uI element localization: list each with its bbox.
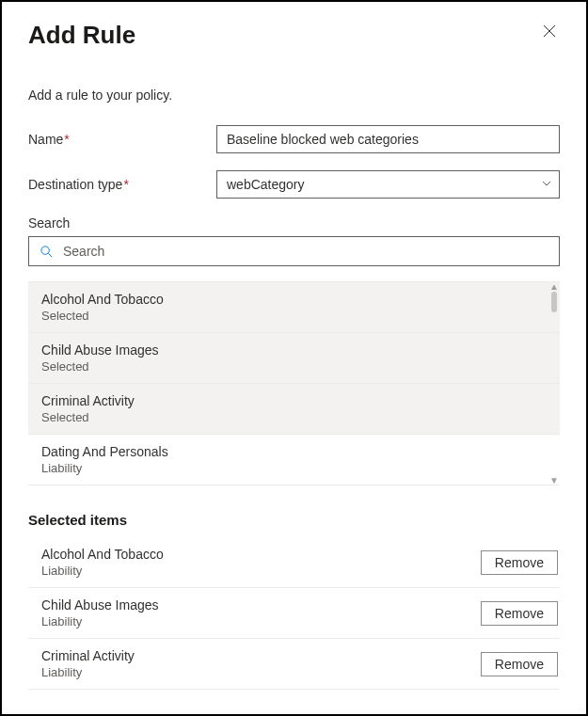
selected-item: Alcohol And Tobacco Liability Remove <box>28 537 560 588</box>
result-sub: Selected <box>41 309 547 323</box>
required-asterisk: * <box>64 132 69 147</box>
selected-text: Child Abuse Images Liability <box>41 597 159 628</box>
selected-title: Alcohol And Tobacco <box>41 547 164 562</box>
name-input[interactable] <box>216 125 560 153</box>
list-item[interactable]: Child Abuse Images Selected <box>28 333 560 384</box>
selected-sub: Liability <box>41 564 164 578</box>
add-rule-panel: Add Rule Add a rule to your policy. Name… <box>0 0 588 716</box>
remove-button[interactable]: Remove <box>481 550 558 575</box>
result-list: Alcohol And Tobacco Selected Child Abuse… <box>28 281 560 485</box>
selected-list: Alcohol And Tobacco Liability Remove Chi… <box>28 537 560 690</box>
selected-item: Criminal Activity Liability Remove <box>28 639 560 690</box>
destination-row: Destination type* <box>28 170 560 199</box>
remove-button[interactable]: Remove <box>481 652 558 676</box>
scroll-down-arrow-icon: ▼ <box>549 476 559 485</box>
selected-sub: Liability <box>41 665 135 679</box>
remove-button[interactable]: Remove <box>481 601 558 626</box>
selected-title: Child Abuse Images <box>41 597 159 613</box>
result-title: Criminal Activity <box>41 393 547 408</box>
result-title: Alcohol And Tobacco <box>41 292 547 307</box>
selected-text: Alcohol And Tobacco Liability <box>41 547 164 578</box>
search-wrap <box>28 236 560 266</box>
required-asterisk: * <box>123 177 128 192</box>
selected-items-header: Selected items <box>28 512 560 528</box>
result-title: Child Abuse Images <box>41 342 547 358</box>
close-button[interactable] <box>539 21 560 41</box>
search-label: Search <box>28 215 560 231</box>
search-section: Search <box>28 215 560 266</box>
result-sub: Selected <box>41 410 547 424</box>
selected-item: Child Abuse Images Liability Remove <box>28 588 560 639</box>
search-input[interactable] <box>63 237 559 265</box>
destination-select-wrap <box>216 170 560 199</box>
instruction-text: Add a rule to your policy. <box>28 88 560 103</box>
list-item[interactable]: Criminal Activity Selected <box>28 384 560 435</box>
panel-title: Add Rule <box>28 21 135 50</box>
panel-header: Add Rule <box>28 21 560 50</box>
name-row: Name* <box>28 125 560 153</box>
result-title: Dating And Personals <box>41 444 547 459</box>
scroll-up-arrow-icon: ▲ <box>549 282 559 292</box>
selected-title: Criminal Activity <box>41 648 135 663</box>
svg-line-1 <box>48 253 52 257</box>
search-icon <box>29 245 63 259</box>
destination-select[interactable] <box>216 170 560 199</box>
selected-sub: Liability <box>41 614 159 628</box>
selected-text: Criminal Activity Liability <box>41 648 135 679</box>
list-item[interactable]: Dating And Personals Liability <box>28 435 560 485</box>
destination-label-text: Destination type <box>28 177 122 192</box>
name-label-text: Name <box>28 132 63 147</box>
destination-label: Destination type* <box>28 177 216 192</box>
result-sub: Selected <box>41 359 547 374</box>
scroll-thumb[interactable] <box>551 292 557 312</box>
close-icon <box>543 24 556 38</box>
svg-point-0 <box>40 246 48 253</box>
scrollbar[interactable]: ▲ ▼ <box>548 282 560 485</box>
list-item[interactable]: Alcohol And Tobacco Selected <box>28 282 560 333</box>
name-label: Name* <box>28 132 216 147</box>
result-sub: Liability <box>41 461 547 475</box>
